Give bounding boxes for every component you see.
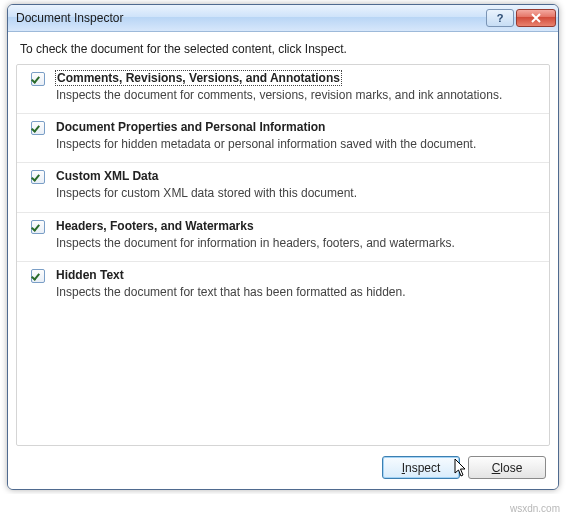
inspection-option-text: Custom XML DataInspects for custom XML d… <box>56 169 539 201</box>
inspection-option-checkbox[interactable] <box>31 170 45 184</box>
inspection-options-panel: Comments, Revisions, Versions, and Annot… <box>16 64 550 446</box>
inspection-option: Hidden TextInspects the document for tex… <box>17 262 549 310</box>
inspection-option-title: Document Properties and Personal Informa… <box>56 120 325 134</box>
inspection-option-checkbox[interactable] <box>31 269 45 283</box>
inspection-option-desc: Inspects the document for text that has … <box>56 284 539 300</box>
inspection-option-desc: Inspects the document for information in… <box>56 235 539 251</box>
dialog-footer: Inspect Close <box>16 446 550 481</box>
titlebar-buttons: ? <box>484 9 556 27</box>
inspection-option-text: Comments, Revisions, Versions, and Annot… <box>56 71 539 103</box>
help-button[interactable]: ? <box>486 9 514 27</box>
inspection-option-title: Headers, Footers, and Watermarks <box>56 219 254 233</box>
dialog-client-area: To check the document for the selected c… <box>8 32 558 489</box>
inspection-option-text: Hidden TextInspects the document for tex… <box>56 268 539 300</box>
inspection-option-title: Custom XML Data <box>56 169 158 183</box>
inspection-option: Comments, Revisions, Versions, and Annot… <box>17 65 549 114</box>
inspection-option: Document Properties and Personal Informa… <box>17 114 549 163</box>
inspection-option-checkbox[interactable] <box>31 220 45 234</box>
inspection-option-checkbox[interactable] <box>31 72 45 86</box>
inspection-option-desc: Inspects for custom XML data stored with… <box>56 185 539 201</box>
inspection-option-text: Headers, Footers, and WatermarksInspects… <box>56 219 539 251</box>
inspection-option-title: Comments, Revisions, Versions, and Annot… <box>56 71 341 85</box>
inspection-option-text: Document Properties and Personal Informa… <box>56 120 539 152</box>
inspection-option: Headers, Footers, and WatermarksInspects… <box>17 213 549 262</box>
close-window-button[interactable] <box>516 9 556 27</box>
close-icon <box>530 13 542 23</box>
inspection-option-checkbox[interactable] <box>31 121 45 135</box>
inspection-option-desc: Inspects for hidden metadata or personal… <box>56 136 539 152</box>
inspection-option-title: Hidden Text <box>56 268 124 282</box>
help-icon: ? <box>497 12 504 24</box>
dialog-window: Document Inspector ? To check the docume… <box>7 4 559 490</box>
titlebar-title: Document Inspector <box>16 11 484 25</box>
inspection-option: Custom XML DataInspects for custom XML d… <box>17 163 549 212</box>
close-button[interactable]: Close <box>468 456 546 479</box>
instruction-text: To check the document for the selected c… <box>16 38 550 64</box>
inspection-option-desc: Inspects the document for comments, vers… <box>56 87 539 103</box>
inspect-button[interactable]: Inspect <box>382 456 460 479</box>
titlebar[interactable]: Document Inspector ? <box>8 5 558 32</box>
